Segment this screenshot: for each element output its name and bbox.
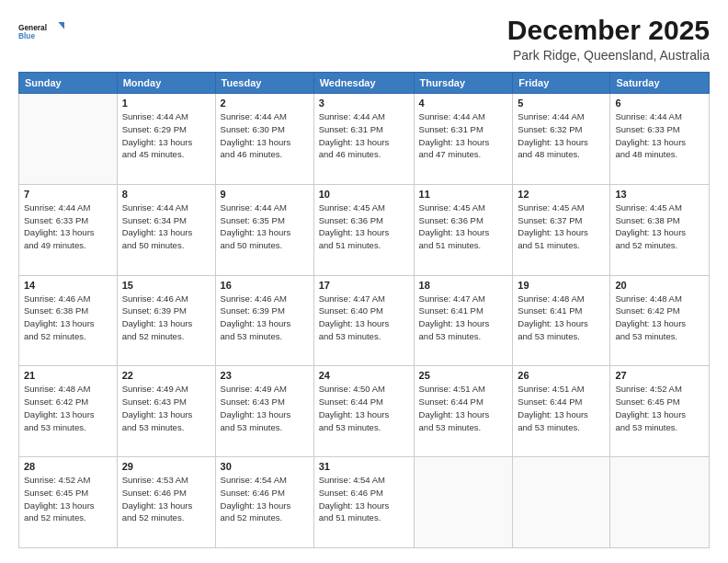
calendar-day-cell: 21Sunrise: 4:48 AM Sunset: 6:42 PM Dayli… bbox=[19, 366, 118, 457]
day-number: 19 bbox=[518, 280, 605, 291]
day-info: Sunrise: 4:45 AM Sunset: 6:36 PM Dayligh… bbox=[419, 201, 508, 252]
day-number: 1 bbox=[122, 98, 210, 109]
main-title: December 2025 bbox=[507, 15, 710, 46]
calendar-day-cell: 31Sunrise: 4:54 AM Sunset: 6:46 PM Dayli… bbox=[313, 457, 414, 548]
calendar-day-cell: 27Sunrise: 4:52 AM Sunset: 6:45 PM Dayli… bbox=[610, 366, 710, 457]
day-number: 31 bbox=[319, 461, 409, 472]
day-info: Sunrise: 4:45 AM Sunset: 6:38 PM Dayligh… bbox=[615, 201, 704, 252]
day-number: 11 bbox=[419, 189, 508, 200]
day-number: 9 bbox=[221, 189, 309, 200]
logo: General Blue bbox=[18, 15, 64, 48]
calendar-header-day: Friday bbox=[513, 73, 610, 94]
day-number: 14 bbox=[24, 280, 112, 291]
day-number: 22 bbox=[122, 370, 210, 381]
calendar-header-day: Saturday bbox=[610, 73, 710, 94]
day-info: Sunrise: 4:44 AM Sunset: 6:30 PM Dayligh… bbox=[221, 110, 309, 161]
day-number: 13 bbox=[615, 189, 704, 200]
calendar-header-day: Sunday bbox=[19, 73, 118, 94]
calendar-day-cell: 2Sunrise: 4:44 AM Sunset: 6:30 PM Daylig… bbox=[215, 94, 313, 185]
calendar-table: SundayMondayTuesdayWednesdayThursdayFrid… bbox=[18, 72, 710, 548]
day-info: Sunrise: 4:48 AM Sunset: 6:42 PM Dayligh… bbox=[24, 383, 112, 433]
day-info: Sunrise: 4:46 AM Sunset: 6:39 PM Dayligh… bbox=[221, 293, 309, 343]
day-number: 3 bbox=[319, 98, 409, 109]
day-number: 12 bbox=[518, 189, 605, 200]
calendar-day-cell: 25Sunrise: 4:51 AM Sunset: 6:44 PM Dayli… bbox=[414, 366, 513, 457]
day-info: Sunrise: 4:48 AM Sunset: 6:42 PM Dayligh… bbox=[615, 293, 704, 343]
day-number: 4 bbox=[419, 98, 508, 109]
day-number: 24 bbox=[319, 370, 409, 381]
day-info: Sunrise: 4:45 AM Sunset: 6:36 PM Dayligh… bbox=[319, 201, 409, 252]
day-info: Sunrise: 4:44 AM Sunset: 6:35 PM Dayligh… bbox=[221, 201, 309, 252]
calendar-day-cell: 5Sunrise: 4:44 AM Sunset: 6:32 PM Daylig… bbox=[513, 94, 610, 185]
calendar-header-day: Tuesday bbox=[215, 73, 313, 94]
calendar-day-cell: 17Sunrise: 4:47 AM Sunset: 6:40 PM Dayli… bbox=[313, 275, 414, 366]
day-number: 2 bbox=[221, 98, 309, 109]
day-number: 27 bbox=[615, 370, 704, 381]
calendar-day-cell bbox=[19, 94, 118, 185]
day-info: Sunrise: 4:49 AM Sunset: 6:43 PM Dayligh… bbox=[122, 383, 210, 433]
calendar-day-cell: 22Sunrise: 4:49 AM Sunset: 6:43 PM Dayli… bbox=[117, 366, 215, 457]
day-info: Sunrise: 4:51 AM Sunset: 6:44 PM Dayligh… bbox=[419, 383, 508, 433]
logo-svg: General Blue bbox=[18, 15, 64, 48]
calendar-day-cell: 16Sunrise: 4:46 AM Sunset: 6:39 PM Dayli… bbox=[215, 275, 313, 366]
calendar-day-cell: 26Sunrise: 4:51 AM Sunset: 6:44 PM Dayli… bbox=[513, 366, 610, 457]
day-info: Sunrise: 4:44 AM Sunset: 6:31 PM Dayligh… bbox=[419, 110, 508, 161]
day-number: 7 bbox=[24, 189, 112, 200]
calendar-day-cell: 29Sunrise: 4:53 AM Sunset: 6:46 PM Dayli… bbox=[117, 457, 215, 548]
calendar-day-cell: 24Sunrise: 4:50 AM Sunset: 6:44 PM Dayli… bbox=[313, 366, 414, 457]
calendar-day-cell: 23Sunrise: 4:49 AM Sunset: 6:43 PM Dayli… bbox=[215, 366, 313, 457]
day-info: Sunrise: 4:44 AM Sunset: 6:31 PM Dayligh… bbox=[319, 110, 409, 161]
calendar-header-day: Monday bbox=[117, 73, 215, 94]
calendar-day-cell bbox=[610, 457, 710, 548]
calendar-day-cell bbox=[414, 457, 513, 548]
day-info: Sunrise: 4:50 AM Sunset: 6:44 PM Dayligh… bbox=[319, 383, 409, 433]
day-number: 15 bbox=[122, 280, 210, 291]
calendar-day-cell: 18Sunrise: 4:47 AM Sunset: 6:41 PM Dayli… bbox=[414, 275, 513, 366]
svg-text:Blue: Blue bbox=[18, 31, 35, 40]
calendar-day-cell bbox=[513, 457, 610, 548]
calendar-week-row: 7Sunrise: 4:44 AM Sunset: 6:33 PM Daylig… bbox=[19, 184, 710, 275]
calendar-week-row: 14Sunrise: 4:46 AM Sunset: 6:38 PM Dayli… bbox=[19, 275, 710, 366]
calendar-week-row: 28Sunrise: 4:52 AM Sunset: 6:45 PM Dayli… bbox=[19, 457, 710, 548]
day-info: Sunrise: 4:46 AM Sunset: 6:39 PM Dayligh… bbox=[122, 293, 210, 343]
day-info: Sunrise: 4:44 AM Sunset: 6:33 PM Dayligh… bbox=[615, 110, 704, 161]
day-info: Sunrise: 4:49 AM Sunset: 6:43 PM Dayligh… bbox=[221, 383, 309, 433]
page: General Blue December 2025 Park Ridge, Q… bbox=[0, 0, 728, 563]
day-info: Sunrise: 4:51 AM Sunset: 6:44 PM Dayligh… bbox=[518, 383, 605, 433]
day-info: Sunrise: 4:53 AM Sunset: 6:46 PM Dayligh… bbox=[122, 474, 210, 524]
calendar-day-cell: 7Sunrise: 4:44 AM Sunset: 6:33 PM Daylig… bbox=[19, 184, 118, 275]
calendar-day-cell: 4Sunrise: 4:44 AM Sunset: 6:31 PM Daylig… bbox=[414, 94, 513, 185]
day-number: 29 bbox=[122, 461, 210, 472]
day-number: 8 bbox=[122, 189, 210, 200]
calendar-day-cell: 30Sunrise: 4:54 AM Sunset: 6:46 PM Dayli… bbox=[215, 457, 313, 548]
calendar-week-row: 21Sunrise: 4:48 AM Sunset: 6:42 PM Dayli… bbox=[19, 366, 710, 457]
day-info: Sunrise: 4:52 AM Sunset: 6:45 PM Dayligh… bbox=[24, 474, 112, 524]
header: General Blue December 2025 Park Ridge, Q… bbox=[18, 15, 710, 63]
calendar-day-cell: 3Sunrise: 4:44 AM Sunset: 6:31 PM Daylig… bbox=[313, 94, 414, 185]
day-number: 21 bbox=[24, 370, 112, 381]
day-number: 5 bbox=[518, 98, 605, 109]
calendar-day-cell: 9Sunrise: 4:44 AM Sunset: 6:35 PM Daylig… bbox=[215, 184, 313, 275]
calendar-header-day: Wednesday bbox=[313, 73, 414, 94]
calendar-day-cell: 12Sunrise: 4:45 AM Sunset: 6:37 PM Dayli… bbox=[513, 184, 610, 275]
day-number: 6 bbox=[615, 98, 704, 109]
day-info: Sunrise: 4:44 AM Sunset: 6:33 PM Dayligh… bbox=[24, 201, 112, 252]
day-info: Sunrise: 4:44 AM Sunset: 6:29 PM Dayligh… bbox=[122, 110, 210, 161]
day-number: 20 bbox=[615, 280, 704, 291]
subtitle: Park Ridge, Queensland, Australia bbox=[507, 48, 710, 63]
day-info: Sunrise: 4:44 AM Sunset: 6:34 PM Dayligh… bbox=[122, 201, 210, 252]
day-number: 10 bbox=[319, 189, 409, 200]
day-number: 18 bbox=[419, 280, 508, 291]
calendar-day-cell: 20Sunrise: 4:48 AM Sunset: 6:42 PM Dayli… bbox=[610, 275, 710, 366]
day-info: Sunrise: 4:47 AM Sunset: 6:41 PM Dayligh… bbox=[419, 293, 508, 343]
calendar-day-cell: 13Sunrise: 4:45 AM Sunset: 6:38 PM Dayli… bbox=[610, 184, 710, 275]
day-info: Sunrise: 4:45 AM Sunset: 6:37 PM Dayligh… bbox=[518, 201, 605, 252]
calendar-week-row: 1Sunrise: 4:44 AM Sunset: 6:29 PM Daylig… bbox=[19, 94, 710, 185]
calendar-day-cell: 15Sunrise: 4:46 AM Sunset: 6:39 PM Dayli… bbox=[117, 275, 215, 366]
day-number: 17 bbox=[319, 280, 409, 291]
day-info: Sunrise: 4:46 AM Sunset: 6:38 PM Dayligh… bbox=[24, 293, 112, 343]
day-number: 28 bbox=[24, 461, 112, 472]
day-info: Sunrise: 4:54 AM Sunset: 6:46 PM Dayligh… bbox=[319, 474, 409, 524]
calendar-header-day: Thursday bbox=[414, 73, 513, 94]
day-number: 16 bbox=[221, 280, 309, 291]
